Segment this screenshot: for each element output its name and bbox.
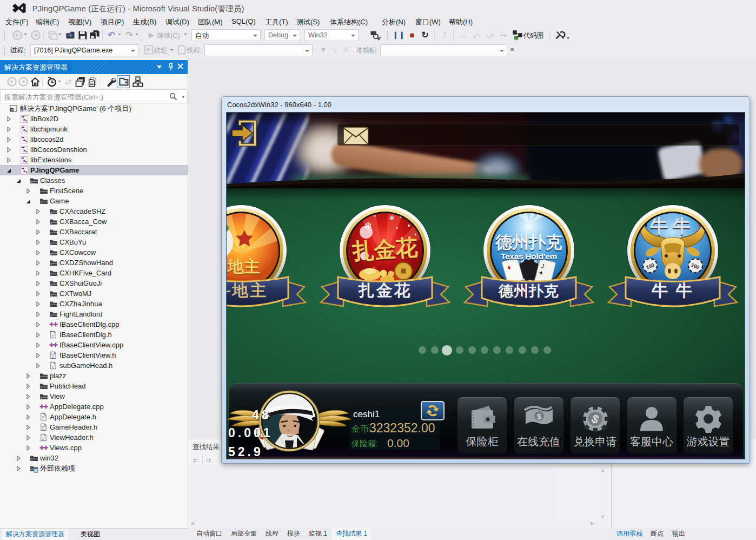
svg-text:德州扑克: 德州扑克 xyxy=(495,233,562,252)
svg-text:扎金花: 扎金花 xyxy=(351,235,419,264)
svg-text:牛 牛: 牛 牛 xyxy=(651,281,693,299)
svg-text:❄: ❄ xyxy=(389,214,395,222)
svg-text:$: $ xyxy=(537,412,542,421)
svg-text:Texas Hold'em: Texas Hold'em xyxy=(501,252,557,261)
svg-text:德州扑克: 德州扑克 xyxy=(498,283,559,299)
svg-text:斗地主: 斗地主 xyxy=(226,281,268,299)
svg-text:❄: ❄ xyxy=(364,220,373,232)
svg-text:扎金花: 扎金花 xyxy=(358,281,412,299)
svg-text:牛牛: 牛牛 xyxy=(649,216,695,236)
